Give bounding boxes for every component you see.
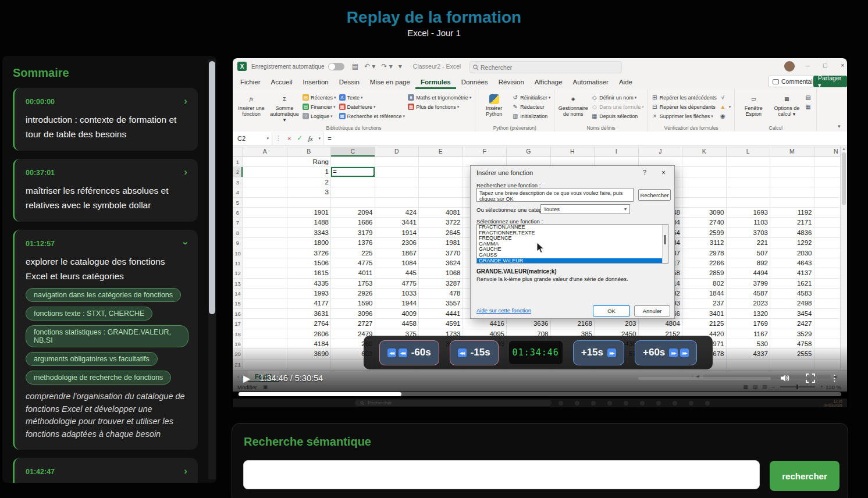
cell: [243, 198, 287, 208]
cell: 203: [595, 319, 639, 329]
chapter-list: 00:00:00›introduction : contexte de form…: [2, 82, 216, 483]
cell: [375, 177, 419, 187]
cell: 1167: [727, 329, 771, 339]
video-menu-icon[interactable]: ⋮: [830, 373, 839, 383]
chapter-card-3[interactable]: 01:12:57›explorer le catalogue des fonct…: [13, 230, 198, 450]
column-header-G: G: [507, 147, 551, 157]
skip-forward-60s-button[interactable]: +60s▶▶▶▶: [635, 340, 697, 365]
recent-functions-button: ▤Récentes▾: [303, 94, 336, 101]
video-player[interactable]: X Enregistrement automatique ▤ ↶ ▾ ↷ ▾ ▾…: [232, 56, 848, 407]
column-header-D: D: [375, 147, 419, 157]
row-header-11: 11: [233, 258, 243, 268]
cell: 2168: [551, 319, 595, 329]
cell: [682, 157, 727, 167]
semantic-search-input[interactable]: [243, 460, 760, 489]
row-header-12: 12: [233, 268, 243, 278]
cell: [814, 177, 841, 187]
cell: 4775: [331, 258, 375, 268]
ribbon-group: ◈Gestionnairede noms◇Définir un nom▾◇Dan…: [554, 90, 648, 131]
dialog-help-icon: ?: [643, 169, 646, 176]
dropdown-arrow-icon: ▾: [373, 105, 376, 109]
cell: 507: [727, 248, 771, 258]
volume-icon[interactable]: [780, 374, 791, 383]
cell: 3401: [682, 309, 727, 319]
column-header-L: L: [727, 147, 771, 157]
cell: 2599: [682, 228, 727, 238]
function-description: Renvoie la k-ième plus grande valeur d'u…: [476, 276, 628, 282]
insert-function-dialog: Insérer une fonction ? × Recherchez une …: [470, 165, 675, 319]
watch-window-button: ▭FenêtreEspion: [738, 93, 769, 117]
cell: 1: [287, 167, 332, 177]
sidebar-scrollbar-thumb[interactable]: [209, 61, 215, 314]
insert-function-icon: fx: [308, 135, 313, 142]
cell: 1800: [287, 238, 332, 248]
autosum-button: ΣSommeautomatique ▾: [269, 93, 300, 123]
excel-menu-bar: FichierAccueilInsertionDessinMise en pag…: [233, 74, 847, 90]
more-functions-icon: ▦: [408, 104, 414, 110]
chapter-card-4[interactable]: 01:42:47›utiliser l'intelligence artific…: [13, 458, 198, 483]
cell: 1068: [419, 268, 463, 278]
cell: [770, 167, 814, 177]
cell: 1103: [727, 218, 771, 227]
cell: [682, 187, 727, 197]
dropdown-arrow-icon: ▾: [403, 114, 405, 119]
cell: 892: [727, 258, 771, 268]
cell: 2727: [331, 319, 375, 329]
chapter-description: comprendre l'organisation du catalogue d…: [26, 390, 188, 440]
python-editor-button: ✎Rédacteur: [512, 103, 550, 111]
chapter-tag: méthodologie de recherche de fonctions: [26, 371, 171, 385]
cell: 1615: [287, 268, 332, 278]
column-header-A: A: [243, 147, 287, 157]
play-icon[interactable]: ▶: [243, 373, 250, 384]
row-header-16: 16: [233, 309, 243, 319]
recorded-taskbar: Rechercher 11:1604/03/2026: [233, 399, 847, 407]
chevron-down-icon[interactable]: ›: [182, 241, 190, 245]
undo-icon: ↶ ▾: [364, 62, 375, 70]
sidebar: Sommaire 00:00:00›introduction : context…: [2, 56, 216, 483]
cell: 1033: [375, 289, 419, 298]
skip-back-15s-button[interactable]: ◀◀-15s: [450, 340, 499, 365]
chevron-right-icon[interactable]: ›: [184, 467, 187, 475]
cell: [331, 198, 375, 208]
cell: 4441: [419, 309, 463, 319]
semantic-search-heading: Recherche sémantique: [244, 435, 848, 449]
chevron-right-icon[interactable]: ›: [184, 168, 187, 176]
video-progress-fill: [239, 392, 401, 396]
cell: [243, 187, 287, 197]
cell: 221: [727, 238, 771, 248]
define-name-icon: ◇: [591, 94, 597, 101]
cell: [243, 248, 287, 258]
cell: [727, 167, 771, 177]
use-in-formula-icon: ◇: [591, 104, 597, 110]
chapter-card-1[interactable]: 00:00:00›introduction : contexte de form…: [13, 88, 198, 151]
chevron-right-icon[interactable]: ›: [184, 97, 187, 105]
chapter-card-2[interactable]: 00:37:01›maîtriser les références absolu…: [13, 159, 198, 222]
ribbon-group: InsérerPython↺Réinitialiser▾✎Rédacteur▥I…: [475, 90, 554, 131]
cell: 3090: [682, 208, 727, 218]
row-header-1: 1: [233, 157, 243, 167]
function-list: FRACTION.ANNEEFRACTIONNER.TEXTEFREQUENCE…: [476, 224, 668, 264]
remove-arrows-button: ×Supprimer les flèches▾: [652, 112, 717, 120]
cell: [243, 228, 287, 238]
semantic-search-button[interactable]: rechercher: [770, 461, 839, 491]
volume-slider[interactable]: [638, 377, 771, 380]
dropdown-arrow-icon: ▾: [729, 105, 731, 109]
skip-forward-15s-button[interactable]: +15s▶▶: [573, 340, 624, 365]
cell: 3726: [287, 248, 332, 258]
cell: 4494: [727, 268, 771, 278]
cell: [243, 258, 287, 268]
cell: [727, 157, 771, 167]
function-help-link: Aide sur cette fonction: [476, 307, 531, 314]
fx-icon: fx: [250, 93, 254, 105]
chapter-title: utiliser l'intelligence artificielle pou…: [26, 482, 188, 483]
cell: 4009: [375, 309, 419, 319]
video-progress-bar[interactable]: [239, 392, 841, 396]
chapter-timestamp: 00:00:00: [26, 98, 55, 106]
sidebar-scrollbar[interactable]: [208, 59, 216, 479]
skip-back-60s-button[interactable]: ◀◀◀◀-60s: [379, 340, 439, 365]
function-list-item: GRANDE.VALEUR: [477, 258, 668, 264]
recent-functions-icon: ▤: [303, 94, 309, 101]
fullscreen-icon[interactable]: [806, 374, 815, 383]
cell: 1320: [727, 309, 771, 319]
cell: [770, 360, 814, 369]
